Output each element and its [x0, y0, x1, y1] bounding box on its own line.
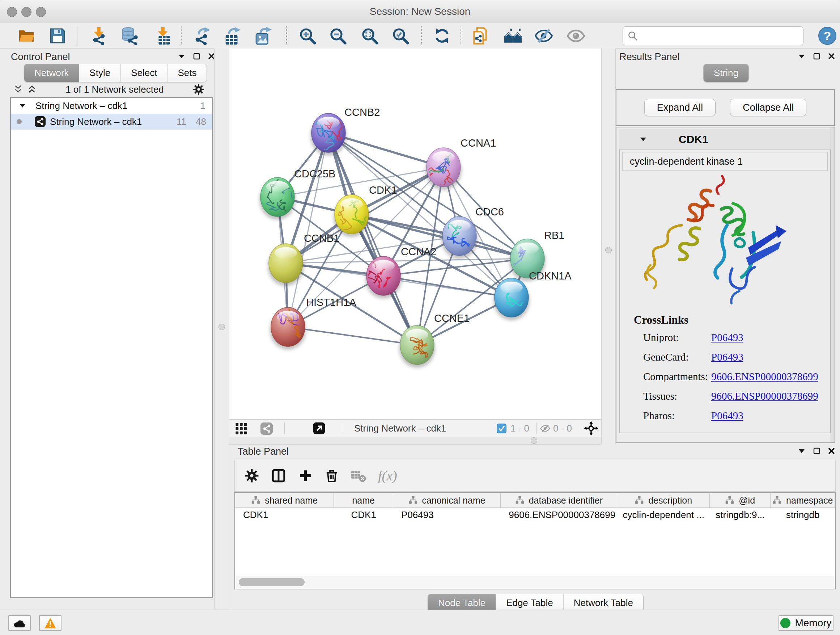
copy-network-button[interactable] [471, 27, 490, 45]
warnings-button[interactable] [39, 615, 62, 631]
right-splitter-handle[interactable] [605, 247, 612, 253]
expand-all-button[interactable]: Expand All [644, 99, 716, 116]
entry-collapse-icon[interactable] [639, 137, 647, 141]
network-node-CCNA1[interactable] [420, 137, 462, 190]
network-row[interactable]: String Network – cdk1 11 48 [11, 114, 212, 130]
hidden-eye-slash-icon[interactable] [540, 424, 551, 433]
zoom-selected-button[interactable] [391, 27, 410, 45]
zoom-in-button[interactable] [298, 27, 317, 45]
refresh-button[interactable] [433, 27, 452, 45]
column-header-name[interactable]: name [334, 493, 393, 508]
first-neighbors-button[interactable] [504, 27, 523, 45]
table-cell[interactable]: CDK1 [235, 508, 334, 522]
tab-node-table[interactable]: Node Table [428, 594, 496, 612]
tab-edge-table[interactable]: Edge Table [496, 594, 564, 612]
bottom-splitter[interactable] [229, 437, 601, 445]
zoom-out-button[interactable] [328, 27, 347, 45]
column-header-canonical-name[interactable]: canonical name [393, 493, 501, 508]
column-header-shared-name[interactable]: shared name [235, 493, 334, 508]
tab-select[interactable]: Select [121, 64, 167, 82]
fit-selection-crosshair-icon[interactable] [584, 421, 598, 435]
open-session-button[interactable] [17, 27, 36, 45]
tab-sets[interactable]: Sets [167, 64, 207, 82]
selected-checkbox-icon[interactable] [497, 424, 507, 433]
cloud-button[interactable] [8, 615, 31, 631]
network-node-CDC6[interactable] [441, 217, 477, 259]
search-input[interactable] [638, 30, 795, 42]
table-cell[interactable]: P06493 [393, 508, 501, 522]
panel-close-icon[interactable] [828, 448, 835, 454]
network-node-CCNA2[interactable] [365, 252, 401, 299]
delete-column-icon[interactable] [325, 469, 339, 483]
results-scrollbar[interactable] [831, 127, 835, 442]
tab-network[interactable]: Network [24, 64, 79, 82]
tab-string[interactable]: String [704, 64, 748, 82]
table-row[interactable]: CDK1CDK1P064939606.ENSP00000378699cyclin… [235, 508, 835, 522]
panel-menu-icon[interactable] [798, 448, 805, 453]
save-session-button[interactable] [48, 27, 67, 45]
network-node-CDKN1A[interactable] [493, 278, 530, 320]
tab-style[interactable]: Style [79, 64, 121, 82]
bottom-splitter-handle[interactable] [531, 437, 537, 444]
export-network-button[interactable] [193, 27, 212, 45]
gear-icon[interactable] [193, 83, 205, 96]
table-cell[interactable]: cyclin-dependent ... [617, 508, 710, 522]
table-settings-gear-icon[interactable] [244, 468, 259, 483]
crosslink-link[interactable]: P06493 [711, 332, 744, 344]
crosslink-link[interactable]: P06493 [711, 410, 744, 422]
help-button[interactable]: ? [818, 27, 836, 45]
network-canvas[interactable]: CCNB2CCNA1CDC25BCDK1CDC6RB1CCNB1CCNA2CDK… [229, 49, 601, 419]
show-all-button[interactable] [567, 27, 585, 45]
panel-menu-icon[interactable] [798, 54, 805, 59]
tree-expand-icon[interactable] [19, 104, 25, 108]
show-columns-icon[interactable] [271, 468, 286, 483]
network-node-CCNE1[interactable] [399, 325, 435, 368]
import-network-database-button[interactable] [120, 27, 139, 45]
expand-all-chevron-icon[interactable] [27, 85, 37, 94]
crosslink-link[interactable]: 9606.ENSP00000378699 [711, 390, 818, 402]
network-node-CCNB1[interactable] [268, 244, 304, 286]
detach-view-icon[interactable] [313, 422, 325, 434]
crosslink-link[interactable]: P06493 [711, 351, 744, 363]
hide-selected-button[interactable] [534, 27, 553, 45]
collapse-all-chevron-icon[interactable] [13, 85, 23, 94]
right-splitter[interactable] [601, 49, 616, 444]
panel-float-icon[interactable] [193, 53, 200, 60]
search-field[interactable] [622, 27, 804, 45]
crosslink-link[interactable]: 9606.ENSP00000378699 [711, 371, 818, 383]
tab-network-table[interactable]: Network Table [564, 594, 643, 612]
network-edge[interactable] [288, 327, 417, 345]
grid-view-icon[interactable] [235, 423, 248, 435]
collapse-all-button[interactable]: Collapse All [730, 99, 806, 116]
network-collection-row[interactable]: String Network – cdk1 1 [11, 98, 212, 114]
network-node-HIST1H1A[interactable] [270, 306, 306, 350]
table-cell[interactable]: CDK1 [334, 508, 393, 522]
column-header--id[interactable]: @id [710, 493, 771, 508]
memory-button[interactable]: Memory [778, 615, 834, 631]
panel-float-icon[interactable] [813, 53, 820, 60]
network-view-mode-icon[interactable] [261, 423, 273, 435]
panel-close-icon[interactable] [828, 53, 835, 60]
scrollbar-thumb[interactable] [239, 578, 305, 586]
zoom-fit-button[interactable] [360, 27, 379, 45]
panel-menu-icon[interactable] [178, 54, 185, 59]
result-entry-header[interactable]: CDK1 [619, 129, 831, 150]
column-header-database-identifier[interactable]: database identifier [501, 493, 617, 508]
network-node-CCNB2[interactable] [310, 113, 347, 156]
column-header-namespace[interactable]: namespace [771, 493, 835, 508]
table-cell[interactable]: 9606.ENSP00000378699 [501, 508, 617, 522]
export-table-button[interactable] [223, 27, 242, 45]
export-image-button[interactable] [254, 27, 273, 45]
import-network-file-button[interactable] [89, 27, 108, 45]
table-horizontal-scrollbar[interactable] [236, 576, 834, 588]
column-header-description[interactable]: description [617, 493, 709, 508]
network-node-CDC25B[interactable] [259, 177, 297, 220]
table-cell[interactable]: stringdb [771, 508, 835, 522]
add-column-icon[interactable] [298, 468, 313, 483]
table-cell[interactable]: stringdb:9... [710, 508, 771, 522]
panel-float-icon[interactable] [813, 448, 820, 454]
left-splitter-handle[interactable] [218, 324, 225, 330]
import-table-button[interactable] [153, 27, 172, 45]
network-node-CDK1[interactable] [333, 195, 370, 237]
network-view[interactable]: CCNB2CCNA1CDC25BCDK1CDC6RB1CCNB1CCNA2CDK… [229, 49, 601, 419]
